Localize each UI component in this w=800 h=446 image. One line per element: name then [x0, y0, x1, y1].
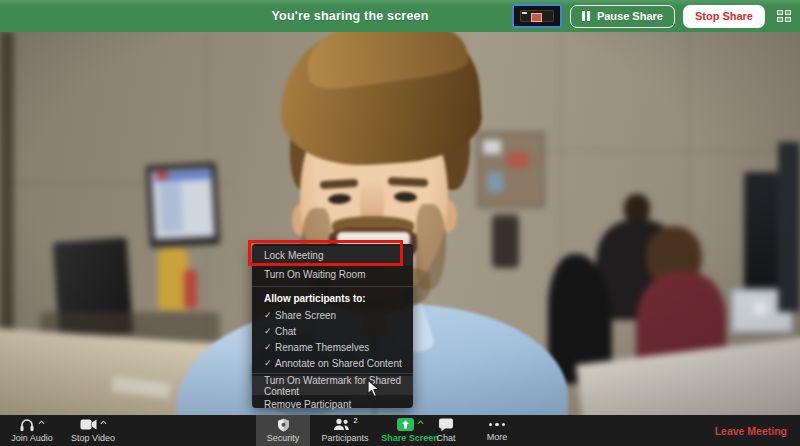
join-audio-button[interactable]: Join Audio [2, 415, 62, 446]
shield-icon [277, 418, 290, 432]
chevron-up-icon[interactable] [100, 420, 107, 425]
security-button[interactable]: Security [256, 415, 310, 446]
participants-count-badge: 2 [354, 417, 358, 424]
stop-video-button[interactable]: Stop Video [62, 415, 124, 446]
participants-button[interactable]: 2 Participants [312, 415, 378, 446]
pause-icon [582, 11, 590, 21]
check-icon: ✓ [264, 326, 275, 336]
menu-separator [252, 286, 413, 287]
menu-item-allow-rename[interactable]: ✓ Rename Themselves [252, 339, 413, 355]
sharing-banner: You're sharing the screen Pause Share St… [0, 0, 800, 32]
share-screen-icon [397, 418, 414, 431]
menu-item-remove-participant[interactable]: Remove Participant [252, 395, 413, 414]
menu-item-waiting-room[interactable]: Turn On Waiting Room [252, 265, 413, 284]
menu-item-allow-annotate[interactable]: ✓ Annotate on Shared Content [252, 355, 413, 371]
check-icon: ✓ [264, 310, 275, 320]
participants-icon [333, 418, 351, 431]
video-camera-icon [80, 418, 97, 431]
check-icon: ✓ [264, 342, 275, 352]
share-preview-thumbnail [512, 4, 562, 28]
zoom-meeting-window: You're sharing the screen Pause Share St… [0, 0, 800, 446]
chat-button[interactable]: Chat [424, 415, 468, 446]
menu-item-allow-share-screen[interactable]: ✓ Share Screen [252, 307, 413, 323]
more-button[interactable]: More [472, 415, 522, 446]
hide-controls-icon[interactable] [777, 10, 792, 23]
headset-icon [19, 418, 35, 432]
menu-item-watermark[interactable]: Turn On Watermark for Shared Content [252, 376, 413, 395]
chevron-up-icon[interactable] [417, 420, 424, 425]
chat-bubble-icon [438, 418, 454, 432]
pause-share-button[interactable]: Pause Share [570, 5, 675, 28]
sharing-status-text: You're sharing the screen [0, 0, 580, 32]
check-icon: ✓ [264, 358, 275, 368]
menu-item-lock-meeting[interactable]: Lock Meeting [252, 246, 413, 265]
more-dots-icon [489, 418, 506, 431]
stop-share-button[interactable]: Stop Share [683, 5, 765, 28]
meeting-toolbar: Join Audio Stop Video [0, 415, 800, 446]
chevron-up-icon[interactable] [38, 420, 45, 425]
leave-meeting-button[interactable]: Leave Meeting [715, 415, 787, 446]
menu-item-allow-chat[interactable]: ✓ Chat [252, 323, 413, 339]
menu-header-allow-participants: Allow participants to: [252, 289, 413, 307]
security-menu: Lock Meeting Turn On Waiting Room Allow … [252, 244, 413, 408]
